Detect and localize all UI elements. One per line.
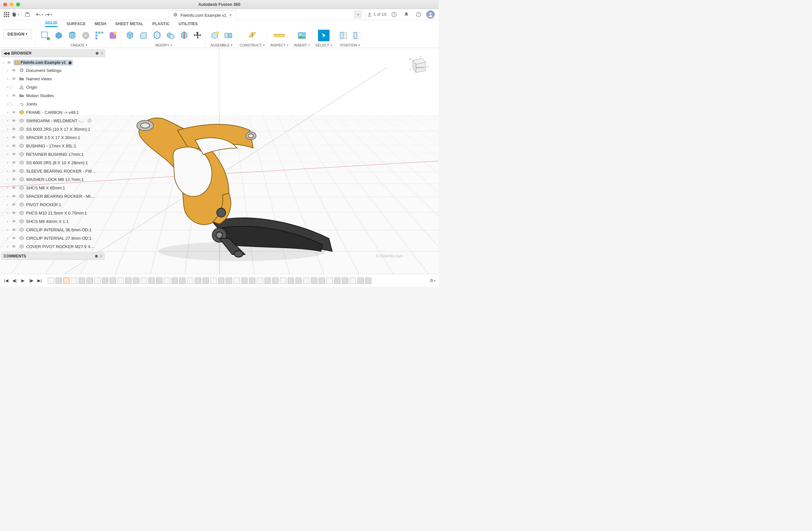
expand-icon[interactable]: ▹ xyxy=(7,119,10,122)
visibility-icon[interactable]: 👁 xyxy=(12,236,17,241)
visibility-icon[interactable]: 👁 xyxy=(12,127,17,132)
browser-header[interactable]: ◀◀ BROWSER ⊕ ≡ xyxy=(1,49,105,57)
timeline-feature[interactable] xyxy=(210,277,217,284)
timeline-feature[interactable] xyxy=(218,277,224,284)
active-component-icon[interactable]: ◉ xyxy=(68,60,72,65)
expand-icon[interactable]: ▹ xyxy=(7,220,10,223)
visibility-icon[interactable]: 👁 xyxy=(12,177,17,182)
tab-sheet-metal[interactable]: SHEET METAL xyxy=(115,21,144,27)
tree-node[interactable]: ▹👁WASHER LOCK M8 12.7mm:1 xyxy=(3,175,105,184)
timeline-feature[interactable] xyxy=(288,277,294,284)
timeline-feature[interactable] xyxy=(295,277,302,284)
tree-node[interactable]: ▹👁Motion Studies xyxy=(3,91,105,100)
tab-surface[interactable]: SURFACE xyxy=(67,21,85,27)
help-button[interactable]: ? xyxy=(414,10,423,19)
visibility-icon[interactable]: 👁 xyxy=(12,118,17,123)
document-tab[interactable]: FileInfo.com Example v1 × xyxy=(168,10,237,20)
expand-icon[interactable]: ▹ xyxy=(7,169,10,173)
expand-icon[interactable]: ▹ xyxy=(7,153,10,156)
tab-mesh[interactable]: MESH xyxy=(95,21,106,27)
split-body-button[interactable] xyxy=(178,30,190,41)
timeline-step-back-button[interactable]: ◀| xyxy=(11,277,18,284)
expand-icon[interactable]: ▹ xyxy=(7,102,10,105)
timeline-feature[interactable] xyxy=(48,277,54,284)
expand-icon[interactable]: ▹ xyxy=(7,136,10,139)
visibility-icon[interactable]: 👁 xyxy=(12,219,17,224)
timeline-feature[interactable] xyxy=(357,277,364,284)
timeline-feature[interactable] xyxy=(303,277,309,284)
viewport[interactable]: FRONT x y z © FileInfo.com ◀◀ BROWSER ⊕ … xyxy=(0,48,438,274)
timeline-feature[interactable] xyxy=(133,277,139,284)
browser-search-icon[interactable]: ⊕ xyxy=(96,51,99,56)
timeline-feature[interactable] xyxy=(125,277,132,284)
timeline-feature[interactable] xyxy=(110,277,116,284)
tree-node[interactable]: ▹👁FHCS M10 21.5mm X 0.70mm:1 xyxy=(3,209,105,217)
visibility-icon[interactable]: 👁 xyxy=(12,110,17,115)
select-button[interactable] xyxy=(318,30,330,41)
timeline-feature[interactable] xyxy=(141,277,147,284)
create-form-button[interactable] xyxy=(53,30,64,41)
visibility-icon[interactable]: 👁 xyxy=(12,93,17,98)
visibility-icon[interactable]: 👁 xyxy=(7,60,12,65)
user-profile-button[interactable] xyxy=(426,10,435,19)
visibility-icon[interactable]: 👁 xyxy=(12,144,17,148)
browser-menu-icon[interactable]: ≡ xyxy=(101,51,103,56)
visibility-icon[interactable]: 👁 xyxy=(12,152,17,157)
timeline-feature[interactable] xyxy=(148,277,155,284)
timeline-features[interactable] xyxy=(44,277,427,284)
visibility-icon[interactable]: 👁 xyxy=(12,194,17,199)
timeline-feature[interactable] xyxy=(233,277,240,284)
expand-icon[interactable]: ▿ xyxy=(3,61,6,64)
tree-node[interactable]: ▹👁SHCS M8 40mm X 1:1 xyxy=(3,217,105,226)
timeline-feature[interactable] xyxy=(334,277,340,284)
tree-node[interactable]: ▹👁RETAINER BUSHING 17mm:1 xyxy=(3,150,105,158)
visibility-icon[interactable]: 👁 xyxy=(12,211,17,215)
undo-button[interactable] xyxy=(35,10,44,19)
insert-derive-button[interactable] xyxy=(296,30,308,41)
tab-solid[interactable]: SOLID xyxy=(45,21,57,27)
position-revert-button[interactable] xyxy=(351,30,363,41)
timeline-options-button[interactable]: ⚙ xyxy=(429,277,436,284)
new-tab-button[interactable]: ＋ xyxy=(354,10,362,19)
timeline-feature[interactable] xyxy=(71,277,77,284)
visibility-icon[interactable]: 👁 xyxy=(12,68,17,73)
viewcube[interactable]: FRONT x y z xyxy=(406,55,429,77)
visibility-icon[interactable]: ⃠ xyxy=(12,85,17,90)
group-assemble-label[interactable]: ASSEMBLE xyxy=(211,43,232,47)
create-sketch-button[interactable]: + xyxy=(39,30,51,41)
job-status-button[interactable]: 1 of 10 xyxy=(367,12,386,17)
visibility-icon[interactable]: 👁 xyxy=(12,135,17,140)
expand-icon[interactable]: ▹ xyxy=(7,161,10,164)
timeline-feature[interactable] xyxy=(241,277,248,284)
timeline-feature[interactable] xyxy=(179,277,186,284)
tab-plastic[interactable]: PLASTIC xyxy=(153,21,170,27)
file-menu-button[interactable] xyxy=(11,10,20,19)
visibility-icon[interactable]: ⃠ xyxy=(12,101,17,106)
timeline-start-button[interactable]: |◀ xyxy=(3,277,10,284)
construction-plane-button[interactable] xyxy=(246,30,258,41)
tree-node[interactable]: ▹👁CIRCLIP INTERNAL 36.5mm OD:1 xyxy=(3,226,105,234)
move-button[interactable] xyxy=(192,30,203,41)
timeline-feature[interactable] xyxy=(63,277,70,284)
minimize-window-button[interactable] xyxy=(10,3,14,6)
timeline-feature[interactable] xyxy=(365,277,372,284)
visibility-icon[interactable]: 👁 xyxy=(12,202,17,207)
data-panel-button[interactable] xyxy=(2,10,11,19)
fillet-button[interactable] xyxy=(138,30,149,41)
expand-icon[interactable]: ▹ xyxy=(7,228,10,231)
tree-node[interactable]: ▹👁SPACER BEARING ROCKER - MI… xyxy=(3,192,105,200)
group-inspect-label[interactable]: INSPECT xyxy=(270,43,289,47)
timeline-feature[interactable] xyxy=(164,277,170,284)
timeline-feature[interactable] xyxy=(311,277,317,284)
timeline-feature[interactable] xyxy=(226,277,232,284)
zoom-window-button[interactable] xyxy=(16,3,20,6)
revolve-button[interactable] xyxy=(80,30,91,41)
timeline-feature[interactable] xyxy=(319,277,325,284)
group-modify-label[interactable]: MODIFY xyxy=(156,43,172,47)
timeline-feature[interactable] xyxy=(56,277,62,284)
comments-panel-header[interactable]: COMMENTS ⊕ ≡ xyxy=(1,253,104,260)
timeline-step-fwd-button[interactable]: |▶ xyxy=(28,277,35,284)
expand-icon[interactable]: ▹ xyxy=(7,111,10,114)
tree-node[interactable]: ▹👁CIRCLIP INTERNAL 27.9mm OD:1 xyxy=(3,234,105,242)
group-insert-label[interactable]: INSERT xyxy=(294,43,310,47)
